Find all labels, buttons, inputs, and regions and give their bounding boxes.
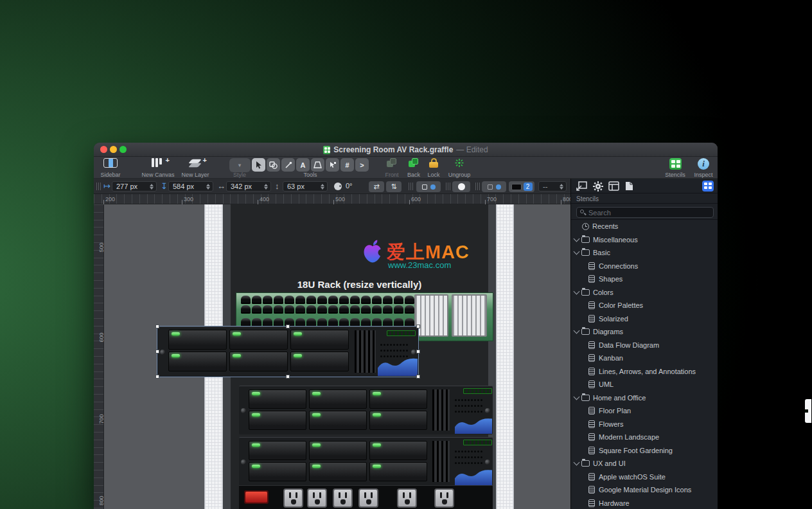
desktop: Screening Room AV Rack.graffle — Edited … bbox=[0, 0, 812, 509]
power-strip[interactable] bbox=[239, 485, 493, 509]
stroke-width-value[interactable]: 2 bbox=[524, 183, 533, 191]
x-position-field[interactable]: 277 px bbox=[112, 181, 157, 192]
stepper-icon[interactable] bbox=[206, 183, 211, 190]
stencil-row-connections[interactable]: Connections bbox=[572, 260, 718, 273]
chevron-down-icon[interactable] bbox=[574, 328, 580, 334]
y-position-field[interactable]: 584 px bbox=[168, 181, 213, 192]
stencil-row-square-foot-gardening[interactable]: Square Foot Gardening bbox=[572, 444, 718, 458]
stencil-row-home-and-office[interactable]: Home and Office bbox=[572, 391, 718, 405]
flip-vertical-button[interactable]: ⇅ bbox=[386, 181, 402, 192]
selection-tool-button[interactable] bbox=[252, 158, 265, 172]
stencil-row-miscellaneous[interactable]: Miscellaneous bbox=[572, 233, 718, 247]
stencils-tab-active[interactable] bbox=[702, 181, 714, 192]
stencil-sheet-icon bbox=[588, 315, 595, 323]
line-tool-button[interactable] bbox=[281, 158, 295, 172]
height-field[interactable]: 63 px bbox=[283, 181, 328, 192]
new-canvas-icon: + bbox=[152, 158, 164, 168]
style-button[interactable]: ▾ Style bbox=[227, 158, 252, 178]
selection-handle[interactable] bbox=[416, 375, 420, 379]
stencil-row-apple-watchos-suite[interactable]: Apple watchOS Suite bbox=[572, 470, 718, 484]
selection-handle[interactable] bbox=[286, 325, 290, 328]
ungroup-button[interactable]: Ungroup bbox=[445, 158, 474, 178]
vent-panel[interactable] bbox=[414, 294, 448, 337]
chevron-down-icon[interactable] bbox=[574, 288, 580, 294]
stencil-row-hardware[interactable]: Hardware bbox=[572, 497, 718, 509]
rack-title-label[interactable]: 18U Rack (resize vertically) bbox=[223, 279, 496, 290]
document-inspector-icon[interactable] bbox=[625, 181, 633, 193]
chevron-down-icon[interactable] bbox=[574, 460, 580, 466]
stepper-icon[interactable] bbox=[560, 183, 564, 190]
ruler-label: 500 bbox=[335, 196, 345, 202]
drive-bay bbox=[309, 441, 367, 460]
drag-handle[interactable] bbox=[96, 183, 101, 190]
stepper-icon[interactable] bbox=[321, 183, 325, 190]
stencils-button[interactable]: Stencils bbox=[662, 158, 689, 178]
point-editor-tool-button[interactable] bbox=[326, 158, 339, 172]
flip-horizontal-button[interactable]: ⇄ bbox=[369, 181, 384, 192]
stencil-label: Solarized bbox=[599, 315, 628, 323]
shadow-toggle[interactable] bbox=[416, 181, 441, 192]
stencil-row-basic[interactable]: Basic bbox=[572, 246, 718, 260]
stencil-row-shapes[interactable]: Shapes bbox=[572, 272, 718, 286]
sidebar-button[interactable]: Sidebar bbox=[98, 158, 123, 178]
stencil-row-colors[interactable]: Colors bbox=[572, 286, 718, 299]
speaker-hole bbox=[468, 399, 470, 401]
stencil-row-diagrams[interactable]: Diagrams bbox=[572, 325, 718, 339]
title-bar[interactable]: Screening Room AV Rack.graffle — Edited bbox=[94, 143, 718, 157]
stencil-row-uml[interactable]: UML bbox=[572, 378, 718, 391]
lock-button[interactable]: Lock bbox=[424, 158, 443, 178]
drawing-canvas[interactable]: 爱上MAC www.23mac.com 18U Rack (resize ver… bbox=[104, 204, 570, 509]
fill-color-button[interactable] bbox=[452, 181, 470, 192]
stencil-row-kanban[interactable]: Kanban bbox=[572, 352, 718, 365]
stencil-row-lines-arrows-and-annotations[interactable]: Lines, Arrows, and Annotations bbox=[572, 365, 718, 379]
front-button[interactable]: Front bbox=[380, 158, 403, 178]
stencil-row-google-material-design-icons[interactable]: Google Material Design Icons bbox=[572, 483, 718, 497]
stencils-sidebar: Stencils RecentsMiscellaneousBasicConnec… bbox=[570, 179, 718, 509]
chevron-down-icon[interactable] bbox=[574, 249, 580, 255]
draw-shape-tool-button[interactable] bbox=[311, 158, 324, 172]
stencil-row-color-palettes[interactable]: Color Palettes bbox=[572, 299, 718, 312]
stencil-row-solarized[interactable]: Solarized bbox=[572, 312, 718, 326]
stroke-toggle[interactable] bbox=[482, 181, 506, 192]
stencil-row-flowers[interactable]: Flowers bbox=[572, 418, 718, 431]
selection-handle[interactable] bbox=[155, 375, 159, 379]
rj45-port bbox=[317, 318, 327, 326]
stepper-icon[interactable] bbox=[150, 183, 154, 190]
chevron-down-icon[interactable] bbox=[574, 393, 580, 400]
rotation-knob[interactable] bbox=[334, 183, 342, 190]
stencil-label: Square Foot Gardening bbox=[599, 447, 673, 454]
stroke-style-field[interactable]: -- bbox=[538, 181, 567, 192]
stencil-row-ux-and-ui[interactable]: UX and UI bbox=[572, 457, 718, 470]
gear-icon[interactable] bbox=[593, 181, 603, 194]
vent-panel[interactable] bbox=[452, 294, 487, 337]
text-tool-button[interactable]: A bbox=[296, 158, 310, 172]
grid-tool-button[interactable]: # bbox=[340, 158, 354, 172]
selection-handle[interactable] bbox=[286, 375, 290, 379]
stencil-row-data-flow-diagram[interactable]: Data Flow Diagram bbox=[572, 339, 718, 352]
selection-handle[interactable] bbox=[416, 350, 420, 353]
search-input[interactable] bbox=[588, 209, 710, 217]
selection-handle[interactable] bbox=[155, 325, 159, 328]
stepper-icon[interactable] bbox=[264, 183, 269, 190]
rotation-value[interactable]: 0° bbox=[346, 182, 353, 190]
stencil-row-recents[interactable]: Recents bbox=[572, 220, 718, 233]
shape-tool-button[interactable] bbox=[267, 158, 280, 172]
selection-handle[interactable] bbox=[416, 325, 420, 328]
power-switch[interactable] bbox=[244, 490, 269, 504]
selection-handle[interactable] bbox=[155, 350, 159, 353]
new-layer-button[interactable]: + New Layer bbox=[179, 158, 212, 178]
speaker-hole bbox=[380, 344, 382, 346]
stroke-color-swatch[interactable] bbox=[511, 184, 522, 190]
width-field[interactable]: 342 px bbox=[226, 181, 271, 192]
more-tools-button[interactable]: > bbox=[355, 158, 369, 172]
stencil-search[interactable] bbox=[576, 207, 714, 218]
stencil-row-floor-plan[interactable]: Floor Plan bbox=[572, 404, 718, 418]
new-canvas-button[interactable]: + New Canvas bbox=[140, 158, 176, 178]
back-button[interactable]: Back bbox=[403, 158, 424, 178]
inspect-button[interactable]: i Inspect bbox=[691, 158, 716, 178]
canvas-inspector-icon[interactable] bbox=[608, 181, 619, 193]
stroke-width-control[interactable]: 2 bbox=[509, 181, 534, 192]
stencil-row-modern-landscape[interactable]: Modern Landscape bbox=[572, 431, 718, 444]
chevron-down-icon[interactable] bbox=[574, 235, 580, 242]
geometry-inspector-icon[interactable] bbox=[576, 181, 587, 193]
